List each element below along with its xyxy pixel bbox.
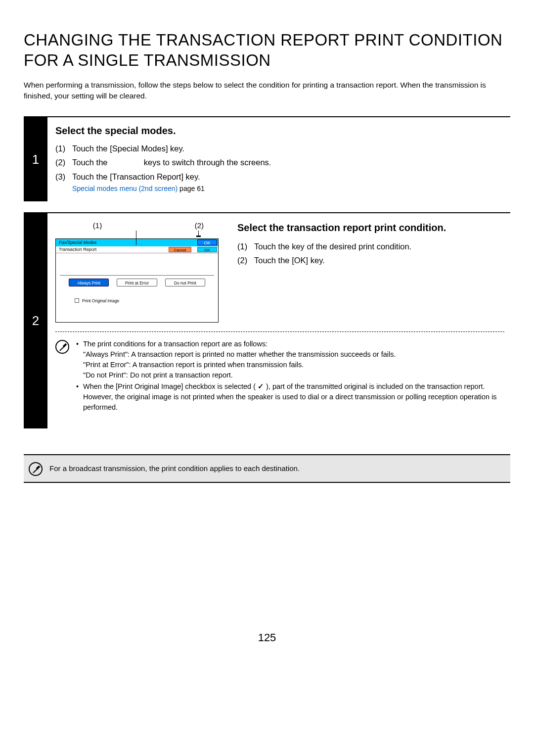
notes-intro: The print conditions for a transaction r…	[83, 340, 267, 348]
notes-list: • The print conditions for a transaction…	[76, 339, 504, 414]
notes-l2: "Print at Error": A transaction report i…	[83, 361, 304, 369]
s1-item1-text: Touch the [Special Modes] key.	[72, 142, 504, 155]
dashed-separator	[55, 331, 504, 332]
footer-note-text: For a broadcast transmission, the print …	[49, 464, 300, 472]
always-print-button[interactable]: Always Print	[69, 279, 109, 286]
pencil-icon	[55, 340, 69, 354]
ui-cancel-button[interactable]: Cancel	[169, 247, 191, 252]
page-title: CHANGING THE TRANSACTION REPORT PRINT CO…	[24, 30, 510, 71]
s2-item2-num: (2)	[237, 253, 254, 267]
special-modes-page: page 61	[178, 185, 205, 192]
notes-l1: "Always Print": A transaction report is …	[83, 350, 396, 358]
step-2-number: 2	[32, 313, 39, 329]
page-number: 125	[24, 631, 510, 644]
s1-item2-num: (2)	[55, 155, 72, 169]
s1-item2-text: Touch the keys to switch through the scr…	[72, 155, 504, 169]
s2-item1-text: Touch the key of the desired print condi…	[254, 239, 504, 253]
ui-top-ok-button[interactable]: OK	[197, 239, 217, 245]
s2-item2-text: Touch the [OK] key.	[254, 253, 504, 267]
step-1-number: 1	[32, 152, 39, 167]
print-original-image-label: Print Original Image	[82, 298, 119, 303]
ui-ok-button[interactable]: OK	[197, 247, 217, 252]
callout-2: (2)	[139, 221, 205, 230]
s1-item3-num: (3)	[55, 170, 72, 184]
special-modes-link[interactable]: Special modes menu (2nd screen)	[72, 185, 178, 192]
step-2-heading: Select the transaction report print cond…	[237, 221, 504, 235]
ui-subtitle: Transaction Report	[56, 247, 169, 252]
print-at-error-button[interactable]: Print at Error	[117, 279, 157, 286]
step-1-number-col: 1	[24, 117, 47, 201]
ui-title-bar: Fax/Special Modes	[56, 240, 197, 245]
s2-item1-num: (1)	[237, 239, 254, 253]
intro-text: When performing a transmission, follow t…	[24, 80, 510, 102]
s1-item2-b: keys to switch through the screens.	[141, 158, 271, 167]
s1-item2-a: Touch the	[72, 158, 110, 167]
do-not-print-button[interactable]: Do not Print	[165, 279, 205, 286]
s1-item3-text: Touch the [Transaction Report] key.	[72, 170, 504, 184]
ui-screenshot: Fax/Special Modes OK Transaction Report …	[55, 238, 219, 323]
footer-note-block: For a broadcast transmission, the print …	[24, 454, 510, 483]
checkmark-icon: ✓	[258, 381, 264, 392]
print-original-image-checkbox[interactable]	[75, 298, 79, 303]
step-2: 2 (1) (2) Fax/Special Modes	[24, 212, 510, 428]
notes-b2a: When the [Print Original Image] checkbox…	[83, 382, 256, 390]
s1-item1-num: (1)	[55, 142, 72, 155]
pencil-icon	[29, 462, 43, 476]
step-2-number-col: 2	[24, 213, 47, 428]
notes-l3: "Do not Print": Do not print a transacti…	[83, 371, 233, 379]
step-1: 1 Select the special modes. (1) Touch th…	[24, 116, 510, 201]
callout-1: (1)	[55, 221, 139, 230]
step-1-heading: Select the special modes.	[55, 125, 504, 137]
